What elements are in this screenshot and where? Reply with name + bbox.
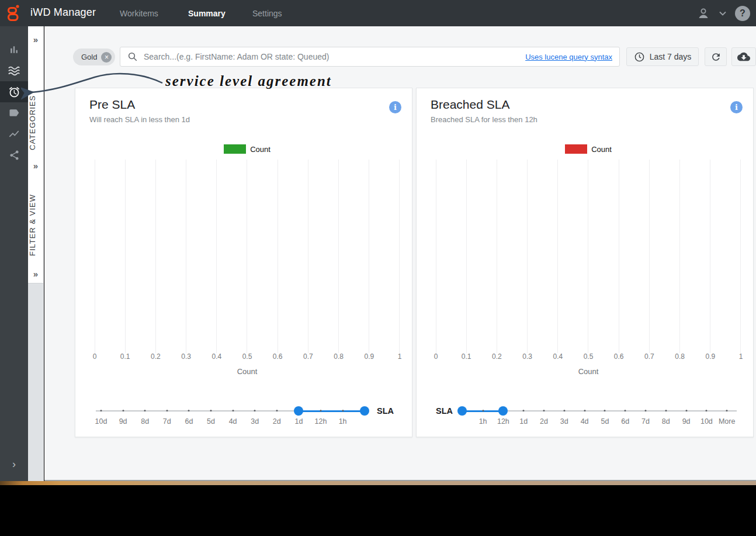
x-tick-label: 0.7	[644, 352, 654, 361]
slider-tick-label: 6d	[621, 417, 629, 426]
tab-settings[interactable]: Settings	[252, 9, 282, 18]
chart-plot-area	[436, 160, 741, 353]
top-nav-bar: iWD Manager Workitems Summary Settings ?	[0, 0, 756, 26]
x-tick-label: 1	[398, 352, 402, 361]
rail-expand-chevron-icon[interactable]: ›	[0, 458, 28, 471]
slider-tick-dot	[254, 410, 256, 411]
slider-handle-right[interactable]	[360, 406, 369, 416]
slider-tick-dot	[166, 410, 168, 411]
slider-handle-right[interactable]	[498, 406, 508, 416]
annotation-text: service level agreement	[165, 73, 332, 89]
slider-tick-dot	[685, 410, 687, 411]
slider-tick-label: 6d	[185, 417, 193, 426]
side-panel-tab-filter-view[interactable]: FILTER & VIEW	[28, 187, 43, 263]
slider-tick-dot	[232, 410, 234, 411]
chip-remove-icon[interactable]: ×	[101, 52, 112, 63]
x-tick-label: 0.2	[492, 352, 502, 361]
slider-tick-label: 2d	[273, 417, 281, 426]
slider-tick-label: 1h	[339, 417, 347, 426]
slider-tick-label: 10d	[700, 417, 713, 426]
slider-tick-dot	[726, 410, 728, 411]
app-window: iWD Manager Workitems Summary Settings ?	[0, 0, 756, 536]
slider-tick-label: 3d	[251, 417, 259, 426]
app-title: iWD Manager	[30, 6, 96, 19]
sidebar-item-share[interactable]	[0, 144, 28, 165]
slider-tick-label: 8d	[141, 417, 149, 426]
slider-tick-dot	[210, 410, 212, 411]
slider-tick-label: More	[719, 417, 735, 426]
filter-collapse-chevron-icon[interactable]: »	[28, 161, 43, 171]
user-profile-icon[interactable]	[696, 6, 710, 20]
help-icon[interactable]: ?	[735, 6, 750, 21]
filter-chip-gold[interactable]: Gold ×	[73, 49, 115, 65]
refresh-button[interactable]	[705, 47, 727, 66]
x-axis-label: Count	[95, 367, 400, 376]
slider-tick-dot	[543, 410, 545, 411]
slider-tick-dot	[645, 410, 647, 411]
info-icon[interactable]: i	[389, 101, 401, 113]
slider-tick-dot	[342, 410, 344, 411]
cloud-download-icon	[737, 50, 750, 63]
slider-tick-label: 4d	[229, 417, 237, 426]
slider-tick-dot	[188, 410, 190, 411]
info-icon[interactable]: i	[730, 101, 743, 113]
alarm-clock-icon	[8, 86, 20, 98]
chart-plot-area	[95, 160, 400, 353]
time-range-label: Last 7 days	[650, 52, 692, 61]
slider-tick-label: 7d	[163, 417, 171, 426]
slider-tick-dot	[144, 410, 146, 411]
slider-handle-left[interactable]	[457, 406, 467, 416]
slider-tick-dot	[706, 410, 708, 411]
slider-handle-left[interactable]	[294, 406, 303, 416]
slider-tick-dot	[320, 410, 322, 411]
slider-side-label: SLA	[436, 406, 453, 416]
slider-side-label: SLA	[377, 406, 394, 416]
x-tick-label: 0.9	[705, 352, 715, 361]
user-menu-chevron-icon[interactable]	[719, 11, 727, 16]
refresh-icon	[710, 51, 722, 63]
waves-icon	[8, 64, 20, 77]
clock-icon	[634, 51, 645, 63]
brand-logo-icon	[6, 4, 21, 23]
export-button[interactable]	[731, 47, 756, 66]
x-tick-label: 0.1	[120, 352, 130, 361]
legend-swatch	[565, 144, 587, 154]
tag-icon	[8, 107, 20, 119]
bar-chart-icon	[8, 44, 20, 56]
slider-tick-dot	[563, 410, 565, 411]
tab-workitems[interactable]: Workitems	[120, 9, 158, 18]
tab-summary[interactable]: Summary	[188, 9, 226, 18]
lucene-syntax-link[interactable]: Uses lucene query syntax	[525, 53, 612, 61]
search-input[interactable]	[144, 52, 518, 61]
x-tick-label: 0.6	[614, 352, 624, 361]
x-axis-ticks: 00.10.20.30.40.50.60.70.80.91	[95, 352, 400, 362]
legend-swatch	[224, 144, 246, 154]
slider-tick-dot	[100, 410, 102, 411]
bottom-collapse-chevron-icon[interactable]: »	[28, 269, 43, 279]
chart-legend: Count	[95, 144, 400, 154]
slider-tick-label: 1d	[519, 417, 528, 426]
time-range-button[interactable]: Last 7 days	[626, 47, 699, 66]
slider-tick-label: 1h	[479, 417, 487, 426]
categories-collapse-chevron-icon[interactable]: »	[28, 34, 43, 44]
slider-tick-label: 5d	[601, 417, 609, 426]
x-axis-ticks: 00.10.20.30.40.50.60.70.80.91	[436, 352, 741, 362]
sidebar-item-trend[interactable]	[0, 123, 28, 144]
slider-tick-label: 1d	[294, 417, 303, 426]
slider-tick-label: 2d	[540, 417, 548, 426]
slider-tick-label: 10d	[95, 417, 107, 426]
legend-label: Count	[591, 145, 612, 154]
x-tick-label: 0.8	[675, 352, 685, 361]
chart-legend: Count	[436, 144, 741, 154]
slider-tick-dot	[122, 410, 124, 411]
x-tick-label: 0.3	[181, 352, 191, 361]
slider-tick-dot	[584, 410, 585, 411]
slider-selected-range[interactable]	[299, 410, 365, 412]
sidebar-item-bar-chart[interactable]	[0, 39, 28, 60]
x-tick-label: 0.4	[553, 352, 563, 361]
slider-tick-dot	[482, 410, 484, 411]
slider-tick-dot	[665, 410, 667, 411]
sidebar-item-tag[interactable]	[0, 102, 28, 123]
card-pre-sla: Pre SLA Will reach SLA in less then 1d i…	[75, 88, 412, 437]
x-tick-label: 0.9	[364, 352, 374, 361]
